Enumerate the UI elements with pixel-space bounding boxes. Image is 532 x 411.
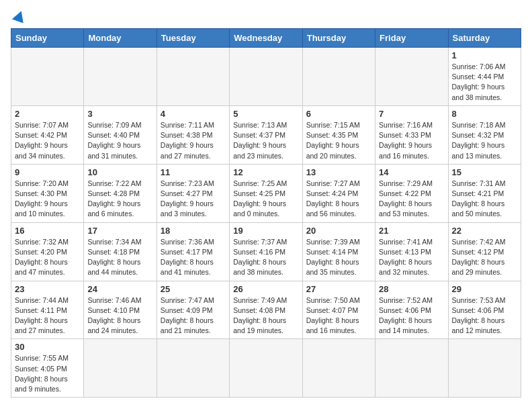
day-info: Sunrise: 7:20 AM Sunset: 4:30 PM Dayligh… [15,179,80,220]
day-number: 20 [306,226,371,236]
weekday-header-monday: Monday [84,29,157,48]
calendar-cell: 30Sunrise: 7:55 AM Sunset: 4:05 PM Dayli… [11,339,84,398]
calendar-cell: 10Sunrise: 7:22 AM Sunset: 4:28 PM Dayli… [84,164,157,222]
day-number: 17 [87,226,152,236]
calendar-cell: 22Sunrise: 7:42 AM Sunset: 4:12 PM Dayli… [448,222,521,281]
calendar-cell: 3Sunrise: 7:09 AM Sunset: 4:40 PM Daylig… [84,105,157,164]
calendar-cell: 16Sunrise: 7:32 AM Sunset: 4:20 PM Dayli… [11,222,84,281]
day-number: 6 [306,109,371,119]
calendar-cell: 26Sunrise: 7:49 AM Sunset: 4:08 PM Dayli… [230,281,302,339]
day-number: 8 [452,109,517,119]
day-info: Sunrise: 7:41 AM Sunset: 4:13 PM Dayligh… [379,237,444,278]
calendar-cell [84,48,157,106]
day-number: 15 [452,167,517,177]
day-info: Sunrise: 7:32 AM Sunset: 4:20 PM Dayligh… [15,237,80,278]
day-number: 29 [452,284,517,294]
day-info: Sunrise: 7:15 AM Sunset: 4:35 PM Dayligh… [306,120,371,161]
calendar-header-row: SundayMondayTuesdayWednesdayThursdayFrid… [11,29,521,48]
day-number: 3 [87,109,152,119]
day-number: 19 [233,226,298,236]
calendar-table: SundayMondayTuesdayWednesdayThursdayFrid… [11,28,521,398]
day-info: Sunrise: 7:31 AM Sunset: 4:21 PM Dayligh… [452,179,517,220]
calendar-cell: 23Sunrise: 7:44 AM Sunset: 4:11 PM Dayli… [11,281,84,339]
day-number: 22 [452,226,517,236]
day-number: 7 [379,109,444,119]
calendar-cell: 18Sunrise: 7:36 AM Sunset: 4:17 PM Dayli… [157,222,229,281]
day-number: 25 [161,284,226,294]
weekday-header-wednesday: Wednesday [230,29,302,48]
calendar-cell: 14Sunrise: 7:29 AM Sunset: 4:22 PM Dayli… [375,164,448,222]
day-info: Sunrise: 7:16 AM Sunset: 4:33 PM Dayligh… [379,120,444,161]
calendar-cell: 1Sunrise: 7:06 AM Sunset: 4:44 PM Daylig… [448,48,521,106]
calendar-week-row: 9Sunrise: 7:20 AM Sunset: 4:30 PM Daylig… [11,164,521,222]
day-number: 9 [15,167,80,177]
day-number: 21 [379,226,444,236]
day-info: Sunrise: 7:42 AM Sunset: 4:12 PM Dayligh… [452,237,517,278]
calendar-week-row: 2Sunrise: 7:07 AM Sunset: 4:42 PM Daylig… [11,105,521,164]
calendar-cell: 5Sunrise: 7:13 AM Sunset: 4:37 PM Daylig… [230,105,302,164]
day-number: 16 [15,226,80,236]
day-info: Sunrise: 7:06 AM Sunset: 4:44 PM Dayligh… [452,62,517,103]
calendar-cell: 24Sunrise: 7:46 AM Sunset: 4:10 PM Dayli… [84,281,157,339]
day-info: Sunrise: 7:22 AM Sunset: 4:28 PM Dayligh… [87,179,152,220]
day-info: Sunrise: 7:25 AM Sunset: 4:25 PM Dayligh… [233,179,298,220]
calendar-week-row: 16Sunrise: 7:32 AM Sunset: 4:20 PM Dayli… [11,222,521,281]
calendar-cell: 28Sunrise: 7:52 AM Sunset: 4:06 PM Dayli… [375,281,448,339]
day-number: 4 [161,109,226,119]
day-number: 5 [233,109,298,119]
calendar-cell [302,48,375,106]
calendar-cell: 12Sunrise: 7:25 AM Sunset: 4:25 PM Dayli… [230,164,302,222]
day-info: Sunrise: 7:11 AM Sunset: 4:38 PM Dayligh… [161,120,226,161]
day-info: Sunrise: 7:13 AM Sunset: 4:37 PM Dayligh… [233,120,298,161]
calendar-cell [230,339,302,398]
logo-triangle-icon [12,9,27,23]
calendar-cell: 29Sunrise: 7:53 AM Sunset: 4:06 PM Dayli… [448,281,521,339]
calendar-cell: 21Sunrise: 7:41 AM Sunset: 4:13 PM Dayli… [375,222,448,281]
calendar-cell: 25Sunrise: 7:47 AM Sunset: 4:09 PM Dayli… [157,281,229,339]
calendar-cell: 8Sunrise: 7:18 AM Sunset: 4:32 PM Daylig… [448,105,521,164]
weekday-header-friday: Friday [375,29,448,48]
calendar-cell: 9Sunrise: 7:20 AM Sunset: 4:30 PM Daylig… [11,164,84,222]
header [11,11,521,23]
day-info: Sunrise: 7:52 AM Sunset: 4:06 PM Dayligh… [379,295,444,336]
day-info: Sunrise: 7:55 AM Sunset: 4:05 PM Dayligh… [15,353,80,394]
calendar-cell: 15Sunrise: 7:31 AM Sunset: 4:21 PM Dayli… [448,164,521,222]
calendar-cell [375,339,448,398]
day-info: Sunrise: 7:50 AM Sunset: 4:07 PM Dayligh… [306,295,371,336]
day-number: 28 [379,284,444,294]
day-number: 1 [452,50,517,60]
day-number: 13 [306,167,371,177]
calendar-cell: 2Sunrise: 7:07 AM Sunset: 4:42 PM Daylig… [11,105,84,164]
day-number: 11 [161,167,226,177]
day-info: Sunrise: 7:29 AM Sunset: 4:22 PM Dayligh… [379,179,444,220]
calendar-cell: 7Sunrise: 7:16 AM Sunset: 4:33 PM Daylig… [375,105,448,164]
day-number: 2 [15,109,80,119]
day-info: Sunrise: 7:37 AM Sunset: 4:16 PM Dayligh… [233,237,298,278]
calendar-cell [11,48,84,106]
day-number: 24 [87,284,152,294]
day-number: 30 [15,342,80,352]
day-info: Sunrise: 7:39 AM Sunset: 4:14 PM Dayligh… [306,237,371,278]
calendar-cell: 17Sunrise: 7:34 AM Sunset: 4:18 PM Dayli… [84,222,157,281]
day-info: Sunrise: 7:46 AM Sunset: 4:10 PM Dayligh… [87,295,152,336]
calendar-cell: 6Sunrise: 7:15 AM Sunset: 4:35 PM Daylig… [302,105,375,164]
day-info: Sunrise: 7:36 AM Sunset: 4:17 PM Dayligh… [161,237,226,278]
day-number: 14 [379,167,444,177]
calendar-cell [157,48,229,106]
day-number: 10 [87,167,152,177]
calendar-cell [230,48,302,106]
day-info: Sunrise: 7:44 AM Sunset: 4:11 PM Dayligh… [15,295,80,336]
day-info: Sunrise: 7:07 AM Sunset: 4:42 PM Dayligh… [15,120,80,161]
weekday-header-sunday: Sunday [11,29,84,48]
day-info: Sunrise: 7:09 AM Sunset: 4:40 PM Dayligh… [87,120,152,161]
day-info: Sunrise: 7:47 AM Sunset: 4:09 PM Dayligh… [161,295,226,336]
calendar-cell: 27Sunrise: 7:50 AM Sunset: 4:07 PM Dayli… [302,281,375,339]
calendar-cell: 13Sunrise: 7:27 AM Sunset: 4:24 PM Dayli… [302,164,375,222]
logo [11,11,26,23]
day-number: 26 [233,284,298,294]
weekday-header-saturday: Saturday [448,29,521,48]
day-number: 27 [306,284,371,294]
day-number: 23 [15,284,80,294]
calendar-cell: 20Sunrise: 7:39 AM Sunset: 4:14 PM Dayli… [302,222,375,281]
day-info: Sunrise: 7:49 AM Sunset: 4:08 PM Dayligh… [233,295,298,336]
